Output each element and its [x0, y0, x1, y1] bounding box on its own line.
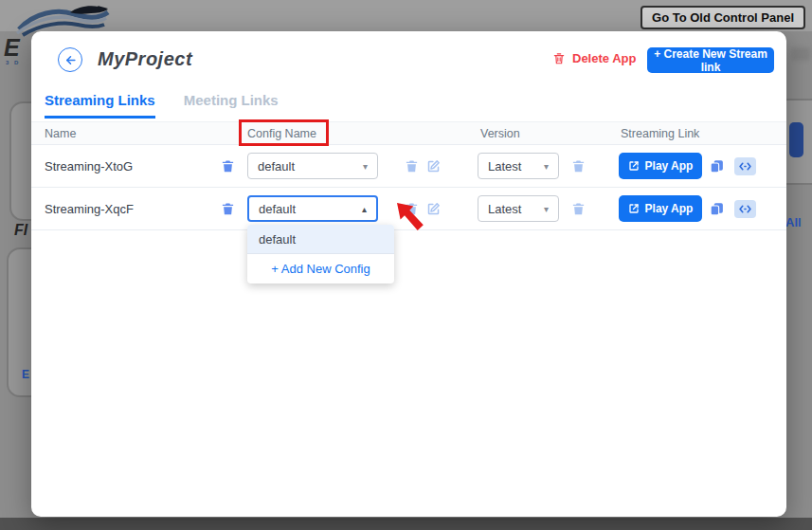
background-card-partial-label: E: [22, 368, 29, 381]
column-header-version: Version: [480, 127, 520, 140]
background-bottom-strip: [0, 518, 812, 530]
tab-meeting-links[interactable]: Meeting Links: [184, 92, 279, 119]
caret-down-icon: ▾: [544, 204, 549, 214]
version-select[interactable]: Latest ▾: [478, 153, 559, 179]
go-to-old-control-panel-button[interactable]: Go To Old Control Panel: [641, 6, 805, 29]
version-value: Latest: [488, 159, 521, 174]
play-app-button[interactable]: Play App: [619, 195, 702, 222]
delete-stream-icon[interactable]: [219, 200, 236, 217]
stream-name: Streaming-XqcF: [45, 202, 134, 216]
background-brand-letter: E: [4, 34, 21, 62]
stream-name: Streaming-XtoG: [45, 159, 133, 174]
add-new-config-option[interactable]: + Add New Config: [247, 254, 394, 283]
delete-stream-icon[interactable]: [219, 157, 236, 174]
column-header-streaming-link: Streaming Link: [621, 127, 699, 140]
delete-config-icon[interactable]: [403, 157, 420, 174]
play-app-label: Play App: [645, 159, 694, 173]
back-button[interactable]: [58, 47, 82, 72]
delete-version-icon[interactable]: [569, 200, 586, 217]
background-project-partial-label: Fl: [14, 222, 27, 239]
config-dropdown-menu: default + Add New Config: [247, 225, 394, 283]
play-app-button[interactable]: Play App: [619, 153, 702, 179]
project-modal: MyProject Delete App + Create New Stream…: [31, 31, 786, 517]
version-select[interactable]: Latest ▾: [478, 195, 559, 222]
create-new-stream-link-button[interactable]: + Create New Stream link: [647, 47, 774, 73]
page-title: MyProject: [98, 48, 192, 70]
background-right-blob: [791, 47, 810, 61]
caret-down-icon: ▾: [363, 161, 368, 172]
screen: Go To Old Control Panel E 3 D Fl E All M…: [0, 0, 812, 530]
table-row: Streaming-XqcF default ▴ Latest ▾: [31, 188, 786, 230]
table-row: Streaming-XtoG default ▾ Latest ▾: [31, 145, 786, 188]
config-option-default[interactable]: default: [247, 225, 394, 254]
delete-version-icon[interactable]: [569, 157, 586, 174]
embed-code-icon[interactable]: [734, 200, 756, 218]
edit-config-icon[interactable]: [424, 157, 442, 174]
edit-config-icon[interactable]: [424, 200, 442, 217]
trash-icon: [552, 51, 566, 65]
table-header: Name Config Name Version Streaming Link: [31, 121, 786, 145]
tab-streaming-links[interactable]: Streaming Links: [45, 92, 155, 119]
delete-config-icon[interactable]: [403, 200, 420, 217]
delete-app-button[interactable]: Delete App: [552, 51, 636, 65]
copy-link-icon[interactable]: [708, 157, 725, 174]
external-link-icon: [628, 160, 640, 172]
caret-down-icon: ▾: [544, 161, 549, 172]
caret-up-icon: ▴: [362, 204, 367, 214]
embed-code-icon[interactable]: [734, 157, 756, 175]
version-value: Latest: [488, 202, 521, 216]
external-link-icon: [628, 203, 640, 214]
background-brand-subtext: 3 D: [6, 60, 20, 65]
back-arrow-icon: [63, 53, 78, 67]
background-blue-button-partial: [789, 122, 803, 157]
config-name-select[interactable]: default ▾: [247, 153, 378, 179]
copy-link-icon[interactable]: [708, 200, 725, 217]
background-view-all-partial: All: [785, 215, 802, 229]
column-header-name: Name: [45, 127, 76, 140]
column-header-config-name: Config Name: [247, 127, 316, 140]
config-name-select-open[interactable]: default ▴: [247, 195, 378, 222]
play-app-label: Play App: [645, 202, 694, 215]
config-name-value: default: [258, 159, 295, 174]
config-name-value: default: [259, 202, 296, 216]
delete-app-label: Delete App: [572, 51, 636, 65]
tab-bar: Streaming Links Meeting Links: [45, 92, 279, 119]
